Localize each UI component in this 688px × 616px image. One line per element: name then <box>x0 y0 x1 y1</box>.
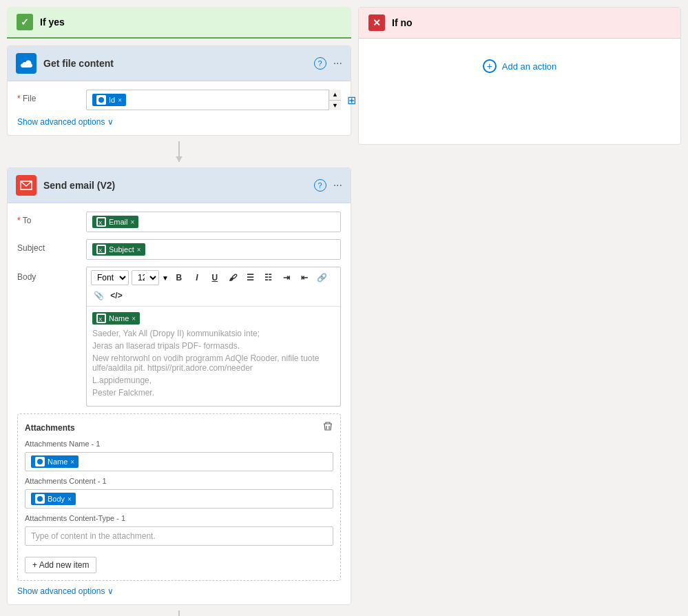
attachment-content-remove[interactable]: × <box>67 495 72 503</box>
bold-btn[interactable]: B <box>171 270 187 285</box>
send-email-show-advanced[interactable]: Show advanced options ∨ <box>17 586 341 596</box>
get-file-help-icon[interactable]: ? <box>314 57 326 70</box>
add-action-plus-icon: + <box>483 59 497 73</box>
file-expand-icon[interactable]: ⊞ <box>347 94 356 107</box>
body-name-line: X Name × <box>92 312 335 325</box>
if-no-header: ✕ If no <box>359 8 680 39</box>
to-label: To <box>17 212 86 225</box>
svg-text:X: X <box>98 220 103 225</box>
body-editor[interactable]: Font 12 ▼ B I U 🖌 ☰ ☷ ⇥ <box>86 267 341 407</box>
get-file-advanced-label: Show advanced options <box>17 117 105 127</box>
add-action-button[interactable]: + Add an action <box>483 59 557 73</box>
file-arrow-up[interactable]: ▲ <box>329 90 341 101</box>
italic-btn[interactable]: I <box>189 270 205 285</box>
attachment-name-remove[interactable]: × <box>70 458 74 466</box>
connector-line-2 <box>178 610 180 616</box>
underline-btn[interactable]: U <box>207 270 222 285</box>
delete-attachment-icon[interactable] <box>322 421 333 434</box>
send-email-more-icon[interactable]: ··· <box>333 179 342 192</box>
connector-1 <box>7 136 351 167</box>
gmail-icon <box>16 175 37 196</box>
attachments-section-title: Attachments <box>25 423 75 433</box>
attachment-name-token-label: Name <box>48 458 67 466</box>
subject-token-remove[interactable]: × <box>137 246 141 254</box>
send-email-advanced-label: Show advanced options <box>17 586 105 596</box>
connector-2 <box>7 605 351 616</box>
body-name-token-remove[interactable]: × <box>132 315 136 322</box>
if-yes-label: If yes <box>40 17 65 28</box>
get-file-more-icon[interactable]: ··· <box>333 57 342 70</box>
get-file-show-advanced[interactable]: Show advanced options ∨ <box>17 117 341 127</box>
if-no-icon: ✕ <box>368 14 385 31</box>
font-size-select[interactable]: 12 <box>132 270 159 285</box>
body-line-3: New rehtorwohl on vodih programm AdQle R… <box>92 353 335 373</box>
body-label: Body <box>17 267 86 282</box>
body-line-4: L.appidemunge, <box>92 376 335 385</box>
add-item-button[interactable]: + Add new item <box>25 557 96 573</box>
toolbar-arrow: ▼ <box>162 274 169 282</box>
get-file-chevron-icon: ∨ <box>107 117 114 127</box>
connector-line-1 <box>178 141 180 162</box>
onedrive-icon <box>16 53 37 74</box>
to-input[interactable]: X Email × <box>86 212 341 232</box>
send-email-actions: ? ··· <box>314 179 342 192</box>
send-email-help-icon[interactable]: ? <box>314 179 326 192</box>
add-action-label: Add an action <box>502 61 557 72</box>
file-label: File <box>17 90 86 103</box>
send-email-body: To X Email × Subject <box>8 203 351 604</box>
svg-point-7 <box>37 459 43 464</box>
send-email-chevron-icon: ∨ <box>107 586 114 596</box>
get-file-title: Get file content <box>43 58 314 69</box>
attachment-content-label: Attachments Content - 1 <box>25 477 333 485</box>
svg-text:X: X <box>98 316 103 322</box>
body-line-1: Saeder, Yak All (Dropy II) kommunikatsio… <box>92 329 335 338</box>
to-email-token: X Email × <box>92 216 138 228</box>
code-btn[interactable]: </> <box>109 288 124 303</box>
attachment-name-token: Name × <box>31 455 79 468</box>
subject-token-icon: X <box>96 245 106 254</box>
file-input[interactable]: Id × <box>86 90 341 110</box>
subject-label: Subject <box>17 239 86 253</box>
bullet-list-btn[interactable]: ☰ <box>243 270 258 285</box>
file-token-remove[interactable]: × <box>118 96 122 104</box>
number-list-btn[interactable]: ☷ <box>261 270 276 285</box>
file-token-icon <box>96 95 106 105</box>
subject-field-row: Subject X Subject × <box>17 239 341 260</box>
svg-point-8 <box>37 496 43 502</box>
attachment-content-row: Attachments Content - 1 Body × <box>25 477 333 509</box>
send-email-header: Send email (V2) ? ··· <box>8 168 351 203</box>
link-btn[interactable]: 🔗 <box>315 270 330 285</box>
attachment-content-token-icon <box>35 494 45 504</box>
add-action-area: + Add an action <box>359 39 680 94</box>
outdent-btn[interactable]: ⇤ <box>297 270 312 285</box>
attachment-type-placeholder: Type of content in the attachment. <box>31 531 156 541</box>
subject-input[interactable]: X Subject × <box>86 239 341 260</box>
file-token-label: Id <box>109 96 115 104</box>
attachment-content-token: Body × <box>31 493 76 505</box>
to-token-icon: X <box>96 217 106 227</box>
attachment-content-input[interactable]: Body × <box>25 489 333 509</box>
attachment-type-input[interactable]: Type of content in the attachment. <box>25 526 333 546</box>
attachment-name-label: Attachments Name - 1 <box>25 440 333 448</box>
body-field-row: Body Font 12 ▼ B I <box>17 267 341 407</box>
media-btn[interactable]: 📎 <box>91 288 106 303</box>
indent-btn[interactable]: ⇥ <box>279 270 294 285</box>
send-email-title: Send email (V2) <box>43 180 314 191</box>
paint-btn[interactable]: 🖌 <box>225 270 240 285</box>
file-id-token: Id × <box>92 94 126 106</box>
body-content[interactable]: X Name × Saeder, Yak All (Dropy II) komm… <box>87 307 340 406</box>
attachments-section: Attachments Attachments Name - 1 <box>17 413 341 581</box>
font-select[interactable]: Font <box>91 270 129 285</box>
get-file-card-header: Get file content ? ··· <box>8 46 351 81</box>
svg-point-0 <box>98 97 104 103</box>
body-name-token: X Name × <box>92 312 140 325</box>
body-line-5: Pester Falckmer. <box>92 388 335 398</box>
subject-token: X Subject × <box>92 243 145 256</box>
file-arrow-down[interactable]: ▼ <box>329 101 341 111</box>
attachment-type-row: Attachments Content-Type - 1 Type of con… <box>25 514 333 546</box>
to-token-remove[interactable]: × <box>131 218 135 226</box>
attachment-name-input[interactable]: Name × <box>25 452 333 471</box>
get-file-body: File Id × <box>8 81 351 135</box>
file-field-row: File Id × <box>17 90 341 110</box>
to-field-row: To X Email × <box>17 212 341 232</box>
